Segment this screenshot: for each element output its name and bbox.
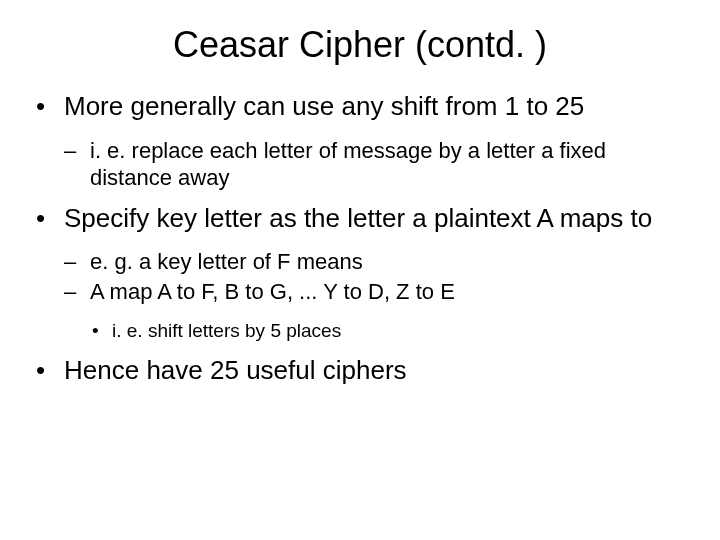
sub-list: e. g. a key letter of F means A map A to… bbox=[64, 248, 690, 344]
list-item: A map A to F, B to G, ... Y to D, Z to E… bbox=[64, 278, 690, 344]
bullet-text: Specify key letter as the letter a plain… bbox=[64, 203, 652, 233]
list-item: i. e. shift letters by 5 places bbox=[90, 319, 690, 344]
list-item: Specify key letter as the letter a plain… bbox=[30, 202, 690, 344]
bullet-text: More generally can use any shift from 1 … bbox=[64, 91, 584, 121]
bullet-text: e. g. a key letter of F means bbox=[90, 249, 363, 274]
list-item: e. g. a key letter of F means bbox=[64, 248, 690, 276]
bullet-text: Hence have 25 useful ciphers bbox=[64, 355, 407, 385]
slide-title: Ceasar Cipher (contd. ) bbox=[30, 24, 690, 66]
sub-sub-list: i. e. shift letters by 5 places bbox=[90, 319, 690, 344]
bullet-text: i. e. replace each letter of message by … bbox=[90, 138, 606, 191]
sub-list: i. e. replace each letter of message by … bbox=[64, 137, 690, 192]
list-item: More generally can use any shift from 1 … bbox=[30, 90, 690, 192]
bullet-text: A map A to F, B to G, ... Y to D, Z to E bbox=[90, 279, 455, 304]
bullet-text: i. e. shift letters by 5 places bbox=[112, 320, 341, 341]
list-item: Hence have 25 useful ciphers bbox=[30, 354, 690, 387]
list-item: i. e. replace each letter of message by … bbox=[64, 137, 690, 192]
bullet-list: More generally can use any shift from 1 … bbox=[30, 90, 690, 386]
